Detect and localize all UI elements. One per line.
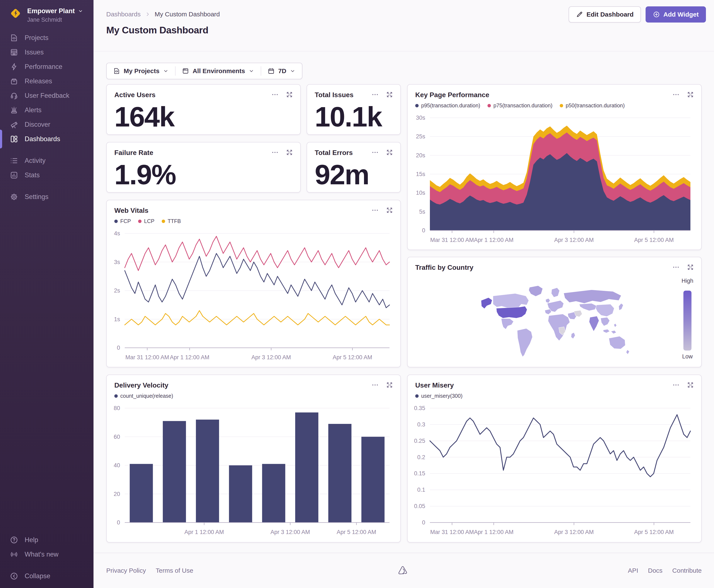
legend-item[interactable]: LCP [138, 218, 154, 224]
widget-total-errors: Total Errors 92m [307, 142, 401, 193]
widget-expand-button[interactable] [385, 148, 394, 157]
widget-expand-button[interactable] [385, 90, 394, 99]
svg-text:2s: 2s [114, 288, 120, 294]
legend-dot-icon [415, 104, 419, 107]
widget-expand-button[interactable] [285, 90, 294, 99]
widget-title: Web Vitals [114, 207, 149, 214]
key-page-performance-chart[interactable]: 05s10s15s20s25s30sMar 31 12:00 AMApr 1 1… [410, 115, 700, 248]
user-misery-chart[interactable]: 00.050.10.150.20.250.30.35Mar 31 12:00 A… [410, 405, 700, 540]
widget-expand-button[interactable] [686, 90, 695, 99]
widget-title: Traffic by Country [415, 264, 473, 271]
legend-dot-icon [415, 394, 419, 398]
sidebar-item-performance[interactable]: Performance [0, 60, 93, 74]
ellipsis-icon [371, 149, 379, 156]
widget-menu-button[interactable] [671, 90, 680, 99]
terms-of-use-link[interactable]: Terms of Use [156, 567, 193, 574]
sidebar-item-discover[interactable]: Discover [0, 117, 93, 132]
widget-delivery-velocity: Delivery Velocity count_unique(release) … [106, 375, 401, 543]
project-filter[interactable]: My Projects [107, 63, 175, 79]
add-widget-button[interactable]: Add Widget [646, 6, 706, 23]
filter-bar: My Projects All Environments 7D [106, 63, 302, 79]
page-header: Dashboards My Custom Dashboard My Custom… [93, 0, 714, 51]
svg-text:0.2: 0.2 [417, 454, 425, 460]
world-map [475, 285, 634, 358]
widget-menu-button[interactable] [371, 380, 380, 390]
lightning-icon [10, 63, 18, 71]
legend-item[interactable]: user_misery(300) [415, 393, 462, 399]
map-legend-low: Low [674, 353, 701, 360]
legend-item[interactable]: count_unique(release) [114, 393, 173, 399]
widget-menu-button[interactable] [271, 148, 279, 157]
ellipsis-icon [371, 381, 379, 388]
ellipsis-icon [272, 149, 279, 156]
api-link[interactable]: API [628, 567, 638, 574]
sidebar-item-collapse[interactable]: Collapse [0, 569, 93, 583]
svg-text:60: 60 [114, 434, 120, 440]
expand-icon [386, 91, 393, 98]
sidebar-item-help[interactable]: Help [0, 533, 93, 547]
issues-icon [10, 48, 18, 57]
widget-menu-button[interactable] [371, 90, 380, 99]
chevron-down-icon [248, 68, 254, 74]
privacy-policy-link[interactable]: Privacy Policy [106, 567, 146, 574]
delivery-velocity-chart[interactable]: 020406080Apr 1 12:00 AMApr 3 12:00 AMApr… [109, 405, 399, 540]
widget-expand-button[interactable] [385, 380, 394, 390]
sidebar-item-whats-new[interactable]: What's new [0, 547, 93, 562]
edit-dashboard-button[interactable]: Edit Dashboard [569, 6, 641, 23]
chart-legend: FCPLCPTTFB [114, 218, 181, 224]
widget-expand-button[interactable] [285, 148, 294, 157]
sidebar-item-releases[interactable]: Releases [0, 74, 93, 88]
widget-title: Active Users [114, 91, 155, 99]
map-africa [548, 314, 570, 341]
map-new-zealand [626, 350, 629, 354]
sidebar-item-settings[interactable]: Settings [0, 190, 93, 204]
map-india [589, 316, 599, 331]
contribute-link[interactable]: Contribute [672, 567, 702, 574]
org-logo-icon [9, 7, 22, 20]
widget-menu-button[interactable] [671, 263, 680, 272]
sidebar-item-issues[interactable]: Issues [0, 45, 93, 60]
map-uk [545, 298, 550, 303]
widget-expand-button[interactable] [385, 206, 394, 215]
map-china [596, 304, 614, 317]
date-range-filter[interactable]: 7D [261, 63, 302, 79]
calendar-icon [267, 67, 275, 75]
widget-menu-button[interactable] [271, 90, 279, 99]
pencil-icon [576, 11, 583, 18]
svg-text:0.15: 0.15 [414, 470, 425, 477]
legend-item[interactable]: TTFB [162, 218, 181, 224]
svg-text:5s: 5s [419, 209, 425, 215]
svg-text:Mar 31 12:00 AM: Mar 31 12:00 AM [430, 529, 474, 535]
widget-expand-button[interactable] [686, 263, 695, 272]
web-vitals-chart[interactable]: 01s2s3s4sMar 31 12:00 AMApr 1 12:00 AMAp… [109, 230, 399, 366]
map-iberia [545, 309, 551, 314]
legend-item[interactable]: FCP [114, 218, 131, 224]
breadcrumb-dashboards[interactable]: Dashboards [106, 10, 141, 18]
widget-expand-button[interactable] [686, 380, 695, 390]
widget-menu-button[interactable] [371, 206, 380, 215]
docs-link[interactable]: Docs [648, 567, 662, 574]
widget-menu-button[interactable] [671, 380, 680, 390]
sidebar-item-alerts[interactable]: Alerts [0, 103, 93, 117]
environment-filter[interactable]: All Environments [175, 63, 261, 79]
sidebar-item-stats[interactable]: Stats [0, 168, 93, 182]
chevron-down-icon [290, 68, 296, 74]
expand-icon [386, 207, 393, 214]
map-madagascar [571, 333, 575, 339]
org-switcher[interactable]: Empower Plant Jane Schmidt [9, 7, 83, 23]
svg-text:0.05: 0.05 [414, 503, 425, 509]
sidebar-item-dashboards[interactable]: Dashboards [0, 132, 93, 146]
map-japan [619, 303, 623, 310]
sidebar-item-projects[interactable]: Projects [0, 30, 93, 45]
legend-item[interactable]: p75(transaction.duration) [488, 103, 553, 109]
sidebar-item-user-feedback[interactable]: User Feedback [0, 88, 93, 103]
main-content: Dashboards My Custom Dashboard My Custom… [93, 0, 714, 588]
legend-item[interactable]: p95(transaction.duration) [415, 103, 480, 109]
widget-menu-button[interactable] [371, 148, 380, 157]
page-footer: Privacy Policy Terms of Use API Docs Con… [93, 553, 714, 588]
map-indonesia-west [603, 329, 610, 333]
legend-item[interactable]: p50(transaction.duration) [560, 103, 625, 109]
sidebar: Empower Plant Jane Schmidt Projects Issu… [0, 0, 93, 588]
svg-text:Mar 31 12:00 AM: Mar 31 12:00 AM [430, 237, 474, 243]
sidebar-item-activity[interactable]: Activity [0, 153, 93, 168]
